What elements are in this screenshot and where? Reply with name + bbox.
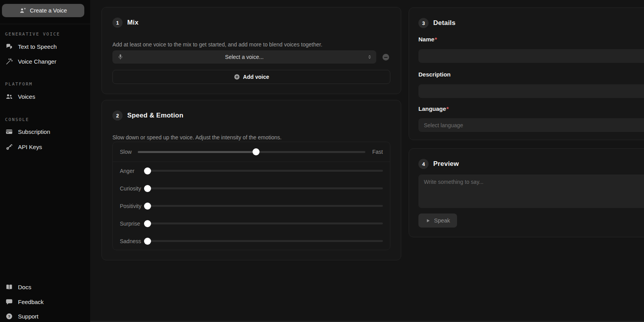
description-field[interactable] [418, 84, 644, 98]
minus-circle-icon [384, 57, 388, 58]
curiosity-slider[interactable] [144, 187, 383, 189]
emotion-label-anger: Anger [120, 168, 139, 174]
fast-label: Fast [372, 149, 383, 155]
step-badge: 3 [418, 18, 429, 28]
positivity-slider[interactable] [144, 205, 383, 207]
required-asterisk: * [435, 36, 437, 43]
speed-slider-fill [138, 151, 256, 153]
sadness-slider-thumb[interactable] [144, 238, 151, 245]
sadness-slider[interactable] [144, 240, 383, 242]
book-icon [5, 283, 13, 291]
speed-card-description: Slow down or speed up the voice. Adjust … [112, 134, 281, 141]
required-asterisk: * [447, 105, 449, 112]
emotion-label-sadness: Sadness [120, 238, 139, 244]
speed-slider-row: Slow Fast [113, 142, 390, 162]
speak-button[interactable]: Speak [418, 213, 457, 228]
sidebar-item-support[interactable]: ? Support [0, 309, 90, 322]
speed-slider-thumb[interactable] [253, 148, 260, 155]
speed-card-title: Speed & Emotion [127, 112, 183, 119]
person-plus-icon [19, 7, 26, 14]
sliders-panel: Slow Fast Anger Curiosity [112, 142, 390, 250]
plus-circle-icon [234, 74, 240, 80]
speech-bubbles-icon [5, 43, 13, 50]
preview-card-header: 4 Preview [418, 159, 459, 169]
emotion-slider-row: Anger [113, 162, 390, 180]
chat-bubble-icon [5, 298, 13, 306]
sidebar: Create a Voice GENERATIVE VOICE Text to … [0, 0, 90, 322]
sidebar-item-label: Text to Speech [18, 43, 57, 50]
sidebar-item-label: Feedback [18, 299, 44, 305]
speed-emotion-card: 2 Speed & Emotion Slow down or speed up … [101, 100, 401, 260]
surprise-slider[interactable] [144, 222, 383, 224]
add-voice-label: Add voice [243, 74, 269, 80]
mix-card-description: Add at least one voice to the mix to get… [112, 41, 322, 48]
step-badge: 2 [112, 110, 123, 121]
preview-card: 4 Preview Speak [409, 148, 644, 237]
play-icon [425, 218, 431, 223]
help-circle-icon: ? [5, 312, 13, 320]
sidebar-item-docs[interactable]: Docs [0, 279, 90, 294]
chevron-unfold-icon [367, 54, 372, 60]
mix-card-header: 1 Mix [112, 18, 139, 28]
section-label-generative-voice: GENERATIVE VOICE [5, 32, 60, 37]
sidebar-divider [0, 24, 90, 24]
curiosity-slider-thumb[interactable] [144, 185, 151, 192]
sidebar-item-label: Docs [18, 284, 31, 290]
section-label-console: CONSOLE [5, 117, 29, 122]
section-label-platform: PLATFORM [5, 82, 33, 87]
details-card-header: 3 Details [418, 18, 455, 28]
create-voice-button[interactable]: Create a Voice [2, 4, 84, 17]
sidebar-item-feedback[interactable]: Feedback [0, 294, 90, 309]
voice-select[interactable]: Select a voice... [112, 50, 376, 64]
speed-slider[interactable] [138, 151, 365, 153]
svg-text:?: ? [8, 314, 10, 318]
step-badge: 4 [418, 159, 429, 169]
sidebar-item-voice-changer[interactable]: Voice Changer [0, 54, 90, 69]
speak-label: Speak [434, 217, 450, 224]
users-icon [5, 93, 13, 100]
emotion-slider-row: Curiosity [113, 180, 390, 197]
credit-card-icon [5, 128, 13, 135]
mix-card-title: Mix [127, 19, 139, 27]
voice-select-placeholder: Select a voice... [225, 54, 264, 60]
step-badge: 1 [112, 18, 123, 28]
sidebar-item-label: API Keys [18, 144, 42, 150]
sidebar-item-api-keys[interactable]: API Keys [0, 139, 90, 154]
key-icon [5, 143, 13, 151]
sidebar-item-label: Voices [18, 93, 35, 100]
sidebar-item-text-to-speech[interactable]: Text to Speech [0, 39, 90, 54]
anger-slider[interactable] [144, 170, 383, 172]
create-voice-label: Create a Voice [30, 7, 67, 14]
sidebar-item-label: Support [18, 313, 39, 320]
details-card-title: Details [433, 19, 455, 27]
speed-card-header: 2 Speed & Emotion [112, 110, 183, 121]
slow-label: Slow [120, 149, 133, 155]
sidebar-item-subscription[interactable]: Subscription [0, 124, 90, 139]
emotion-label-curiosity: Curiosity [120, 185, 139, 192]
preview-text-input[interactable] [418, 174, 644, 208]
emotion-label-positivity: Positivity [120, 203, 139, 209]
mix-card: 1 Mix Add at least one voice to the mix … [101, 7, 401, 94]
magic-wand-icon [5, 57, 13, 65]
emotion-slider-row: Surprise [113, 215, 390, 232]
language-select[interactable] [418, 118, 644, 132]
sidebar-item-voices[interactable]: Voices [0, 89, 90, 104]
add-voice-button[interactable]: Add voice [112, 70, 390, 84]
details-card: 3 Details Name* Description Language* [409, 7, 644, 140]
description-label: Description [418, 71, 451, 78]
sidebar-item-label: Subscription [18, 128, 50, 135]
create-voice-page: Create a Voice GENERATIVE VOICE Text to … [0, 0, 644, 322]
language-label: Language* [418, 105, 449, 112]
preview-card-title: Preview [433, 160, 459, 168]
surprise-slider-thumb[interactable] [144, 220, 151, 227]
microphone-icon [117, 54, 124, 60]
anger-slider-thumb[interactable] [144, 167, 151, 174]
emotion-label-surprise: Surprise [120, 221, 139, 227]
name-field[interactable] [418, 49, 644, 63]
name-label: Name* [418, 36, 437, 43]
emotion-slider-row: Sadness [113, 232, 390, 250]
sidebar-item-label: Voice Changer [18, 58, 56, 65]
positivity-slider-thumb[interactable] [144, 203, 151, 210]
emotion-slider-row: Positivity [113, 197, 390, 215]
remove-voice-button[interactable] [382, 54, 389, 60]
